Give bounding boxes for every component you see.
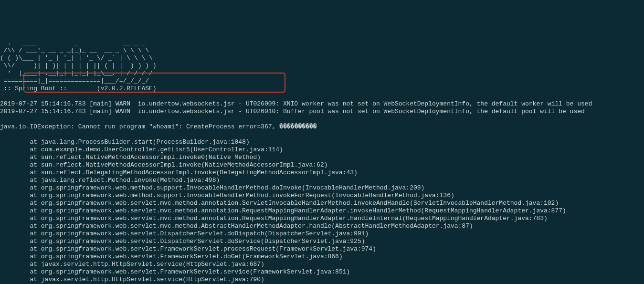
- stack-frame: at com.example.demo.UserController.getLi…: [0, 146, 644, 154]
- stack-frame: at javax.servlet.http.HttpServlet.servic…: [0, 261, 644, 268]
- log-line: 2019-07-27 15:14:16.783 [main] WARN io.u…: [0, 108, 644, 116]
- stack-frame: at org.springframework.web.servlet.Dispa…: [0, 238, 644, 245]
- log-line: 2019-07-27 15:14:16.783 [main] WARN io.u…: [0, 100, 644, 108]
- stack-frame: at sun.reflect.NativeMethodAccessorImpl.…: [0, 161, 644, 169]
- stack-frame: at sun.reflect.DelegatingMethodAccessorI…: [0, 169, 644, 177]
- stack-frame: at java.lang.ProcessBuilder.start(Proces…: [0, 138, 644, 146]
- stack-frame: at org.springframework.web.servlet.mvc.m…: [0, 200, 644, 207]
- stack-frame: at org.springframework.web.servlet.mvc.m…: [0, 207, 644, 215]
- stack-frame: at javax.servlet.http.HttpServlet.servic…: [0, 276, 644, 284]
- spring-boot-banner: . ____ _ __ _ _ /\\ / ___'_ __ _ _(_)_ _…: [0, 39, 644, 93]
- stack-frame: at org.springframework.web.servlet.mvc.m…: [0, 222, 644, 230]
- stack-frame: at org.springframework.web.method.suppor…: [0, 184, 644, 192]
- log-warn-lines: 2019-07-27 15:14:16.783 [main] WARN io.u…: [0, 100, 644, 116]
- stack-frame: at java.lang.reflect.Method.invoke(Metho…: [0, 177, 644, 184]
- exception-line: java.io.IOException: Cannot run program …: [0, 123, 644, 131]
- stack-frame: at org.springframework.web.servlet.mvc.m…: [0, 215, 644, 222]
- stack-trace: at java.lang.ProcessBuilder.start(Proces…: [0, 138, 644, 284]
- stack-frame: at org.springframework.web.servlet.Frame…: [0, 245, 644, 253]
- stack-frame: at org.springframework.web.servlet.Dispa…: [0, 230, 644, 238]
- terminal-output: . ____ _ __ _ _ /\\ / ___'_ __ _ _(_)_ _…: [0, 32, 644, 284]
- stack-frame: at org.springframework.web.servlet.Frame…: [0, 253, 644, 261]
- stack-frame: at org.springframework.web.servlet.Frame…: [0, 268, 644, 276]
- stack-frame: at org.springframework.web.method.suppor…: [0, 192, 644, 200]
- stack-frame: at sun.reflect.NativeMethodAccessorImpl.…: [0, 154, 644, 161]
